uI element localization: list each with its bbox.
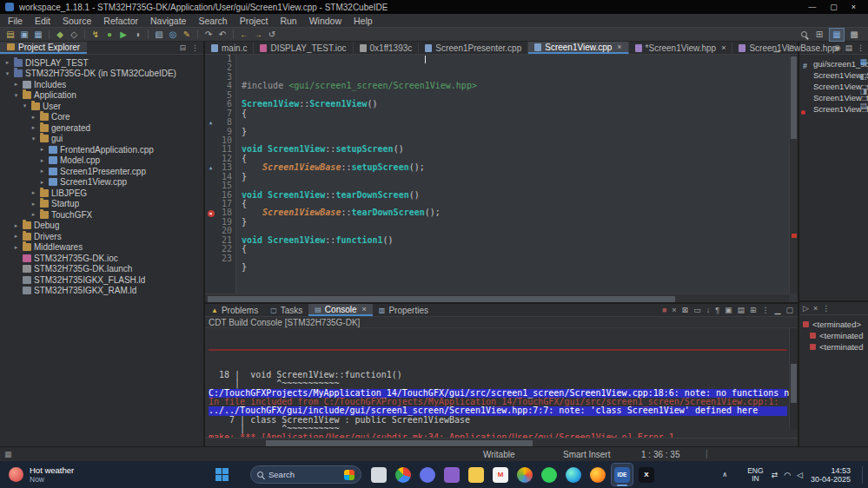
new-wizard-icon[interactable]: ▤ xyxy=(3,29,17,41)
tree-item-user[interactable]: ▾User xyxy=(0,101,203,112)
tree-item-middlewares[interactable]: ▸Middlewares xyxy=(0,242,203,254)
tree-item-includes[interactable]: ▸Includes xyxy=(0,79,203,90)
close-button[interactable]: × xyxy=(851,3,856,11)
flash-icon[interactable]: ↯ xyxy=(89,29,103,41)
menu-refactor[interactable]: Refactor xyxy=(97,16,144,26)
editor-vertical-scrollbar[interactable] xyxy=(789,55,798,293)
editor-tab-main-c[interactable]: main.c xyxy=(205,42,254,54)
gutter-marker-slot[interactable]: × xyxy=(205,210,216,217)
expand-arrow-icon[interactable]: ▸ xyxy=(30,201,37,208)
minimize-view-icon[interactable]: ▁ xyxy=(774,43,780,52)
gutter-marker-slot[interactable]: ▲ xyxy=(205,118,216,127)
terminate-icon[interactable]: ■ xyxy=(662,306,666,314)
word-wrap-icon[interactable]: ¶ xyxy=(715,306,719,314)
menu-run[interactable]: Run xyxy=(274,16,302,26)
search-toolbar-icon[interactable]: ◎ xyxy=(166,29,180,41)
perspective-open-icon[interactable]: ▩ xyxy=(847,29,861,41)
code-editor[interactable]: 1234567▲89101112▲1314151617×181920212223… xyxy=(205,55,798,302)
expand-arrow-icon[interactable]: ▸ xyxy=(30,114,37,121)
tree-item-stm32h735g-dk-launch[interactable]: STM32H735G-DK.launch xyxy=(0,264,203,275)
taskbar-app-firefox[interactable] xyxy=(587,464,608,485)
console-tab-console[interactable]: ▤Console× xyxy=(308,304,373,316)
profile-icon[interactable]: ◑ xyxy=(130,29,144,41)
expand-arrow-icon[interactable]: ▸ xyxy=(38,157,46,164)
taskbar-app-x[interactable]: X xyxy=(636,464,657,485)
tab-project-explorer[interactable]: Project Explorer xyxy=(0,42,87,54)
step-into-icon[interactable]: ↷ xyxy=(202,29,215,41)
taskbar-search[interactable]: Search xyxy=(250,465,361,484)
menu-window[interactable]: Window xyxy=(303,16,348,26)
view-menu-icon[interactable]: ⋮ xyxy=(762,306,770,314)
gutter-marker-slot[interactable]: ▲ xyxy=(205,163,216,172)
annotation-icon[interactable]: ✎ xyxy=(180,29,194,41)
expand-arrow-icon[interactable]: ▸ xyxy=(12,233,20,240)
weather-widget[interactable]: Hot weather Now xyxy=(0,461,83,488)
view-menu-icon[interactable]: ⋮ xyxy=(857,43,865,52)
forward-icon[interactable]: → xyxy=(251,29,265,41)
maximize-view-icon[interactable]: ▢ xyxy=(785,306,793,314)
maximize-view-icon[interactable]: ▢ xyxy=(786,43,794,52)
expand-arrow-icon[interactable]: ▸ xyxy=(30,124,37,131)
taskbar-app-explorer[interactable] xyxy=(466,464,487,485)
tree-item-debug[interactable]: ▸Debug xyxy=(0,221,203,232)
editor-code-area[interactable]: #include <gui/screen1_screen/Screen1View… xyxy=(236,55,798,302)
last-edit-icon[interactable]: ↺ xyxy=(265,29,279,41)
scrollbar-thumb[interactable] xyxy=(266,440,533,446)
expand-arrow-icon[interactable]: ▾ xyxy=(3,70,11,77)
debug-item[interactable]: <terminated xyxy=(799,341,868,353)
console-horizontal-scrollbar[interactable] xyxy=(205,438,798,446)
outline-item-gui-screen1-scree[interactable]: #gui/screen1_scree xyxy=(799,58,868,69)
build-all-icon[interactable]: ◇ xyxy=(67,29,81,41)
new-class-icon[interactable]: ▧ xyxy=(152,29,166,41)
taskbar-clock[interactable]: 14:53 30-04-2025 xyxy=(811,466,851,484)
taskbar-app-whatsapp[interactable] xyxy=(539,464,560,485)
hide-fields-icon[interactable]: ▤ xyxy=(845,43,852,52)
menu-navigate[interactable]: Navigate xyxy=(144,16,192,26)
wifi-icon[interactable]: ◠ xyxy=(784,471,791,479)
debug-item[interactable]: <terminated xyxy=(799,330,868,341)
menu-project[interactable]: Project xyxy=(234,16,275,26)
editor-tab-screen1view-hpp[interactable]: *Screen1View.hpp× xyxy=(629,42,733,54)
expand-arrow-icon[interactable]: ▾ xyxy=(30,135,37,142)
expand-arrow-icon[interactable]: ▸ xyxy=(30,211,37,218)
search-icon[interactable] xyxy=(801,31,807,37)
scrollbar-thumb[interactable] xyxy=(791,56,797,139)
minimize-button[interactable]: — xyxy=(808,3,816,11)
minimize-view-icon[interactable]: ▁ xyxy=(775,306,781,314)
taskbar-app-gmail[interactable]: M xyxy=(490,464,511,485)
sort-icon[interactable]: ◉ xyxy=(834,43,841,52)
display-selected-console-icon[interactable]: ▤ xyxy=(738,306,745,314)
expand-arrow-icon[interactable]: ▾ xyxy=(12,92,20,99)
console-tab-problems[interactable]: ▲Problems xyxy=(205,304,264,316)
debug-list-icon[interactable]: ▷ xyxy=(803,304,809,313)
expand-arrow-icon[interactable]: ▸ xyxy=(38,179,46,186)
console-tab-tasks[interactable]: ▢Tasks xyxy=(264,304,308,316)
menu-edit[interactable]: Edit xyxy=(29,16,56,26)
pin-console-icon[interactable]: ▣ xyxy=(725,306,732,314)
editor-tab-screen1view-cpp[interactable]: Screen1View.cpp× xyxy=(528,42,628,54)
save-icon[interactable]: ▣ xyxy=(17,29,31,41)
menu-file[interactable]: File xyxy=(2,16,29,26)
expand-arrow-icon[interactable]: ▾ xyxy=(21,102,29,109)
taskbar-app-vs[interactable] xyxy=(441,464,462,485)
taskbar-app-discord[interactable] xyxy=(417,464,438,485)
error-marker-icon[interactable]: × xyxy=(208,210,215,217)
network-icon[interactable]: ⇄ xyxy=(772,471,779,479)
tray-expand-icon[interactable]: ∧ xyxy=(722,471,727,478)
start-button[interactable] xyxy=(215,468,229,481)
scroll-lock-icon[interactable]: ↓ xyxy=(706,306,711,314)
tree-item-drivers[interactable]: ▸Drivers xyxy=(0,231,203,242)
volume-icon[interactable]: ◁ xyxy=(797,471,803,479)
taskbar-app-cubeide[interactable]: IDE xyxy=(612,464,633,485)
tree-item-libjpeg[interactable]: ▸LIBJPEG xyxy=(0,188,203,199)
close-icon[interactable]: × xyxy=(362,305,367,313)
console-vertical-scrollbar[interactable] xyxy=(789,328,798,429)
override-marker-icon[interactable]: ▲ xyxy=(209,163,213,172)
taskbar-app-photos[interactable] xyxy=(514,464,535,485)
console-output[interactable]: 18 | void Screen1View::function1() | ^~~… xyxy=(205,328,798,438)
tree-item-stm32h735igkx-ram-ld[interactable]: STM32H735IGKX_RAM.ld xyxy=(0,286,203,297)
remove-all-launches-icon[interactable]: ⊠ xyxy=(682,306,689,314)
debug-icon[interactable]: ● xyxy=(103,29,116,41)
outline-item-screen1view-tear[interactable]: Screen1View::tear xyxy=(799,92,868,103)
remove-icon[interactable]: × xyxy=(813,304,818,313)
